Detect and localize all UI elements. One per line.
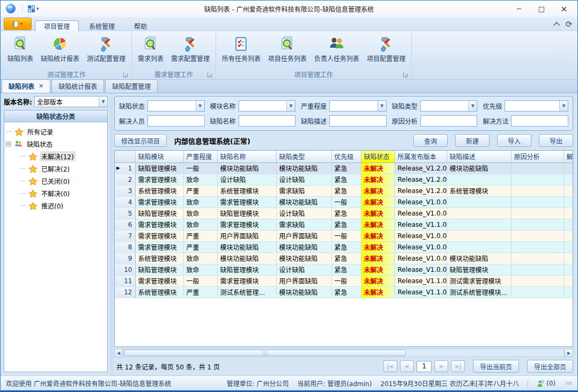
scrollbar-thumb[interactable]: |||	[124, 350, 406, 356]
filter-combobox[interactable]: ▼	[329, 100, 387, 112]
filter-text-input[interactable]	[330, 116, 386, 126]
filter-combobox[interactable]: ▼	[505, 100, 568, 112]
dialog-launcher-icon[interactable]	[123, 72, 128, 77]
ribbon-button[interactable]: 项目配置管理	[363, 33, 409, 64]
filter-combobox[interactable]: ▼	[239, 100, 296, 112]
first-page-button[interactable]: |<	[383, 360, 397, 372]
new-button[interactable]: 新建	[455, 134, 490, 147]
tree-node-3[interactable]: 已解决(2)	[5, 162, 106, 175]
column-header-5[interactable]: 缺陷状态	[361, 151, 395, 162]
maximize-button[interactable]: □	[530, 2, 553, 16]
export-current-page-button[interactable]: 导出当前页	[473, 360, 519, 373]
export-button[interactable]: 导出	[539, 134, 573, 147]
ribbon-button[interactable]: 缺陷统计报表	[37, 33, 83, 64]
filter-input[interactable]	[239, 115, 296, 127]
doc-tab-0[interactable]: 缺陷列表✕	[2, 79, 50, 93]
column-header-6[interactable]: 所属发布版本	[395, 151, 447, 162]
table-row[interactable]: 4需求管理模块致命需求管理模块模块功能缺陷一般未解决Release_V1.0.0	[115, 196, 573, 208]
tree-node-4[interactable]: 已关闭(0)	[5, 175, 106, 187]
messenger-icon[interactable]	[537, 380, 544, 387]
chevron-down-icon[interactable]: ▼	[286, 101, 295, 111]
ribbon-button[interactable]: 负责人任务列表	[310, 33, 363, 64]
doc-tab-1[interactable]: 缺陷统计报表	[51, 79, 104, 93]
table-row[interactable]: 9系统管理模块致命模块功能缺陷模块功能缺陷紧急未解决Release_V1.0.0…	[115, 253, 573, 264]
table-row[interactable]: 6需求管理模块致命需求管理模块需求缺陷紧急未解决Release_V1.1.0	[115, 219, 573, 230]
dialog-launcher-icon[interactable]	[403, 72, 408, 77]
ribbon-button[interactable]: 需求配置管理	[167, 33, 213, 64]
ribbon-button[interactable]: 测试配置管理	[83, 33, 129, 64]
resize-grip[interactable]	[566, 382, 572, 384]
close-tab-icon[interactable]: ✕	[39, 83, 43, 90]
tree-node-0[interactable]: 所有记录	[5, 125, 106, 138]
next-page-button[interactable]: >	[434, 360, 448, 372]
ribbon-button[interactable]: 需求列表	[134, 33, 167, 64]
table-row[interactable]: 8需求管理模块严重模块功能缺陷模块功能缺陷紧急未解决Release_V1.0.0	[115, 241, 573, 253]
doc-tab-2[interactable]: 缺陷配置管理	[105, 79, 158, 93]
import-button[interactable]: 导入	[497, 134, 531, 147]
chevron-down-icon[interactable]: ▼	[559, 101, 568, 111]
table-row[interactable]: ▶1缺陷管理模块一般模块功能缺陷模块功能缺陷紧急未解决Release_V1.2.…	[115, 162, 573, 174]
filter-text-input[interactable]	[330, 101, 377, 111]
column-header-2[interactable]: 缺陷名称	[217, 151, 276, 162]
table-row[interactable]: 3系统管理模块严重系统管理模块需求缺陷紧急未解决Release_V1.2.0系统…	[115, 185, 573, 196]
ribbon-button[interactable]: 所有任务列表	[218, 33, 264, 64]
close-button[interactable]: ×	[553, 2, 575, 16]
minimize-button[interactable]: ─	[508, 2, 530, 16]
version-combobox[interactable]: 全部版本 ▼	[34, 96, 108, 107]
table-row[interactable]: 5缺陷管理模块致命缺陷管理模块设计缺陷紧急未解决Release_V1.0.0	[115, 208, 573, 219]
chevron-down-icon[interactable]: ▼	[99, 97, 107, 107]
chevron-down-icon[interactable]: ▼	[196, 101, 204, 111]
scrollbar-track[interactable]: |||	[123, 349, 564, 357]
tree-node-2[interactable]: 未解决(12)	[5, 150, 106, 162]
scroll-right-icon[interactable]: ▶	[565, 349, 573, 357]
filter-text-input[interactable]	[421, 101, 469, 111]
tree-node-1[interactable]: 缺陷状态	[5, 138, 106, 150]
table-row[interactable]: 12系统管理模块严重测试系统管理...模块功能缺陷紧急未解决Release_V1…	[115, 286, 573, 298]
table-row[interactable]: 11需求管理模块一般需求管理模块用户界面缺陷一般未解决Release_V1.1.…	[115, 275, 573, 286]
filter-input[interactable]	[329, 115, 387, 127]
collapse-icon[interactable]	[6, 142, 11, 146]
column-header-7[interactable]: 缺陷描述	[447, 151, 511, 162]
tree-node-6[interactable]: 推迟(0)	[5, 199, 106, 212]
app-menu-button[interactable]: ▾	[4, 18, 32, 30]
chevron-down-icon[interactable]: ▼	[377, 101, 386, 111]
filter-input[interactable]	[147, 115, 205, 127]
filter-text-input[interactable]	[148, 101, 196, 111]
page-number-input[interactable]	[417, 361, 432, 372]
filter-text-input[interactable]	[512, 116, 568, 126]
table-row[interactable]: 10缺陷管理模块致命缺陷管理模块设计缺陷紧急未解决Release_V1.0.0缺…	[115, 264, 573, 275]
column-header-3[interactable]: 缺陷类型	[276, 151, 331, 162]
modify-columns-button[interactable]: 修改显示项目	[114, 134, 167, 147]
column-header-0[interactable]: 缺陷模块	[135, 151, 183, 162]
column-header-8[interactable]: 原因分析	[511, 151, 564, 162]
ribbon-button[interactable]: 项目任务列表	[264, 33, 310, 64]
filter-input[interactable]	[420, 115, 478, 127]
filter-text-input[interactable]	[505, 101, 559, 111]
filter-input[interactable]	[511, 115, 568, 127]
prev-page-button[interactable]: <	[400, 360, 414, 372]
filter-text-input[interactable]	[421, 116, 477, 126]
filter-text-input[interactable]	[239, 101, 287, 111]
query-button[interactable]: 查询	[413, 134, 448, 147]
export-all-pages-button[interactable]: 导出全部页	[527, 360, 573, 373]
filter-text-input[interactable]	[148, 116, 204, 126]
dialog-launcher-icon[interactable]	[208, 72, 212, 77]
column-header-1[interactable]: 严重程度	[183, 151, 217, 162]
chevron-down-icon[interactable]: ▼	[468, 101, 477, 111]
table-row[interactable]: 2需求管理模块致命设计缺陷设计缺陷紧急未解决Release_V1.2.0	[115, 174, 573, 185]
filter-text-input[interactable]	[239, 116, 295, 126]
table-cell: 模块功能缺陷	[276, 196, 331, 208]
refresh-icon[interactable]: ⟳	[565, 20, 572, 28]
collapse-ribbon-icon[interactable]	[553, 22, 560, 29]
column-header-4[interactable]: 优先级	[331, 151, 361, 162]
column-header-9[interactable]: 解决方法	[564, 151, 573, 162]
tree-node-5[interactable]: 不解决(0)	[5, 187, 106, 199]
last-page-button[interactable]: >|	[451, 360, 465, 372]
quick-access-toolbar[interactable]: ▾	[26, 4, 41, 13]
filter-combobox[interactable]: ▼	[420, 100, 478, 112]
ribbon-button[interactable]: 缺陷列表	[4, 33, 37, 64]
scroll-left-icon[interactable]: ◀	[114, 349, 123, 357]
table-row[interactable]: 7需求管理模块严重用户界面缺陷用户界面缺陷一般未解决Release_V1.0.0	[115, 230, 573, 241]
tree-node-label: 推迟(0)	[40, 201, 65, 211]
filter-combobox[interactable]: ▼	[147, 100, 205, 112]
